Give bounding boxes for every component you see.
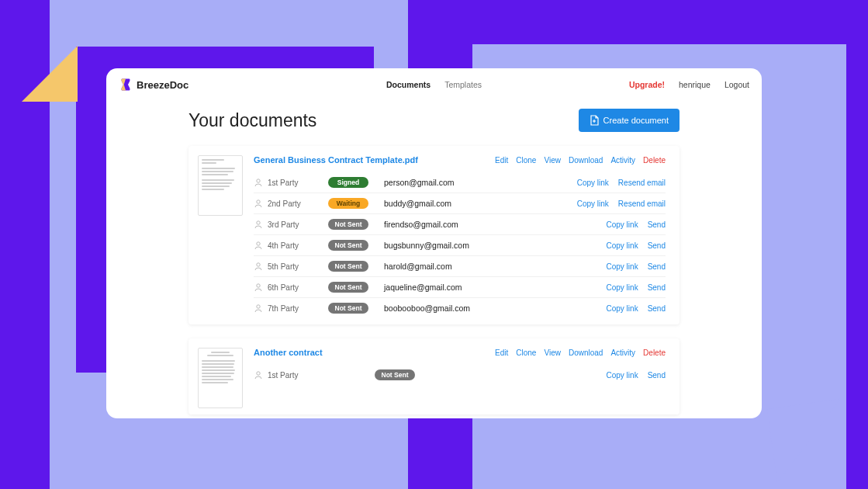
party-row: 5th Party Not Sent harold@gmail.com Copy… bbox=[254, 256, 666, 277]
file-plus-icon bbox=[590, 115, 599, 126]
party-label: 2nd Party bbox=[268, 199, 328, 208]
svg-point-4 bbox=[257, 263, 260, 266]
delete-link[interactable]: Delete bbox=[643, 349, 666, 357]
send-link[interactable]: Send bbox=[648, 283, 666, 292]
person-icon bbox=[254, 370, 263, 380]
copy-link[interactable]: Copy link bbox=[607, 283, 638, 292]
status-badge: Not Sent bbox=[328, 261, 368, 272]
document-actions: Edit Clone View Download Activity Delete bbox=[495, 156, 666, 165]
person-icon bbox=[254, 262, 263, 271]
party-label: 6th Party bbox=[268, 283, 328, 292]
party-label: 3rd Party bbox=[268, 220, 328, 229]
send-link[interactable]: Send bbox=[648, 241, 666, 250]
copy-link[interactable]: Copy link bbox=[607, 371, 638, 380]
svg-point-0 bbox=[257, 179, 260, 182]
clone-link[interactable]: Clone bbox=[516, 156, 536, 165]
edit-link[interactable]: Edit bbox=[495, 349, 508, 357]
party-label: 1st Party bbox=[268, 179, 328, 187]
party-row: 2nd Party Waiting buddy@gmail.com Copy l… bbox=[254, 193, 666, 214]
send-link[interactable]: Send bbox=[648, 371, 666, 380]
document-title-link[interactable]: Another contract bbox=[254, 348, 323, 357]
create-button-label: Create document bbox=[603, 116, 669, 125]
copy-link[interactable]: Copy link bbox=[577, 199, 609, 208]
activity-link[interactable]: Activity bbox=[610, 156, 635, 165]
svg-point-5 bbox=[257, 284, 260, 287]
upgrade-link[interactable]: Upgrade! bbox=[629, 80, 665, 89]
document-thumbnail[interactable] bbox=[198, 348, 243, 408]
user-menu[interactable]: henrique bbox=[679, 80, 711, 89]
edit-link[interactable]: Edit bbox=[495, 156, 508, 165]
party-email: bugsbunny@gmail.com bbox=[384, 241, 607, 250]
app-window: BreezeDoc Documents Templates Upgrade! h… bbox=[106, 68, 762, 418]
status-badge: Not Sent bbox=[328, 282, 368, 293]
person-icon bbox=[254, 199, 263, 208]
resend-email[interactable]: Resend email bbox=[618, 179, 666, 187]
copy-link[interactable]: Copy link bbox=[607, 262, 638, 271]
svg-point-6 bbox=[257, 305, 260, 308]
party-label: 4th Party bbox=[268, 241, 328, 250]
svg-point-1 bbox=[257, 200, 260, 203]
copy-link[interactable]: Copy link bbox=[607, 304, 638, 313]
copy-link[interactable]: Copy link bbox=[607, 220, 638, 229]
tab-documents[interactable]: Documents bbox=[386, 80, 431, 89]
clone-link[interactable]: Clone bbox=[516, 349, 536, 357]
document-title-link[interactable]: General Business Contract Template.pdf bbox=[254, 155, 418, 165]
delete-link[interactable]: Delete bbox=[643, 156, 666, 165]
document-card: Another contract Edit Clone View Downloa… bbox=[188, 338, 680, 414]
svg-point-3 bbox=[257, 242, 260, 245]
copy-link[interactable]: Copy link bbox=[607, 241, 638, 250]
person-icon bbox=[254, 220, 263, 229]
download-link[interactable]: Download bbox=[569, 156, 603, 165]
logout-link[interactable]: Logout bbox=[724, 80, 749, 89]
person-icon bbox=[254, 303, 263, 313]
view-link[interactable]: View bbox=[544, 156, 561, 165]
svg-point-7 bbox=[257, 372, 260, 375]
header-right: Upgrade! henrique Logout bbox=[629, 80, 749, 89]
page-title: Your documents bbox=[188, 110, 316, 131]
copy-link[interactable]: Copy link bbox=[577, 179, 609, 187]
activity-link[interactable]: Activity bbox=[610, 349, 635, 357]
party-email: jaqueline@gmail.com bbox=[384, 283, 607, 292]
party-row: 6th Party Not Sent jaqueline@gmail.com C… bbox=[254, 277, 666, 298]
send-link[interactable]: Send bbox=[648, 220, 666, 229]
nav-tabs: Documents Templates bbox=[386, 80, 482, 89]
status-badge: Not Sent bbox=[328, 219, 368, 230]
send-link[interactable]: Send bbox=[648, 262, 666, 271]
send-link[interactable]: Send bbox=[648, 304, 666, 313]
party-email: harold@gmail.com bbox=[384, 262, 607, 271]
party-email: person@gmail.com bbox=[384, 178, 577, 187]
person-icon bbox=[254, 283, 263, 292]
party-email: buddy@gmail.com bbox=[384, 199, 577, 208]
logo[interactable]: BreezeDoc bbox=[119, 78, 188, 92]
party-row: 3rd Party Not Sent firendso@gmail.com Co… bbox=[254, 214, 666, 235]
person-icon bbox=[254, 178, 263, 187]
party-row: 4th Party Not Sent bugsbunny@gmail.com C… bbox=[254, 235, 666, 256]
status-badge: Waiting bbox=[328, 198, 368, 209]
tab-templates[interactable]: Templates bbox=[444, 80, 482, 89]
resend-email[interactable]: Resend email bbox=[618, 199, 666, 208]
status-badge: Signed bbox=[328, 177, 368, 188]
party-row: 7th Party Not Sent boobooboo@gmail.com C… bbox=[254, 298, 666, 318]
party-row: 1st Party Signed person@gmail.com Copy l… bbox=[254, 172, 666, 193]
view-link[interactable]: View bbox=[544, 349, 561, 357]
document-card: General Business Contract Template.pdf E… bbox=[188, 146, 680, 324]
party-email: firendso@gmail.com bbox=[384, 220, 607, 229]
document-thumbnail[interactable] bbox=[198, 155, 243, 216]
party-label: 1st Party bbox=[268, 371, 328, 380]
header: BreezeDoc Documents Templates Upgrade! h… bbox=[106, 68, 762, 101]
download-link[interactable]: Download bbox=[569, 349, 603, 357]
content: Your documents Create document G bbox=[106, 101, 762, 414]
person-icon bbox=[254, 241, 263, 250]
party-row: 1st Party Not Sent Copy link Send bbox=[254, 365, 666, 385]
party-label: 5th Party bbox=[268, 262, 328, 271]
create-document-button[interactable]: Create document bbox=[579, 109, 680, 132]
svg-point-2 bbox=[257, 221, 260, 224]
status-badge: Not Sent bbox=[328, 303, 368, 314]
page-header: Your documents Create document bbox=[188, 109, 680, 132]
party-label: 7th Party bbox=[268, 304, 328, 313]
status-badge: Not Sent bbox=[375, 369, 415, 380]
party-email: boobooboo@gmail.com bbox=[384, 303, 607, 313]
brand-name: BreezeDoc bbox=[137, 79, 188, 91]
document-actions: Edit Clone View Download Activity Delete bbox=[495, 349, 666, 357]
status-badge: Not Sent bbox=[328, 240, 368, 251]
